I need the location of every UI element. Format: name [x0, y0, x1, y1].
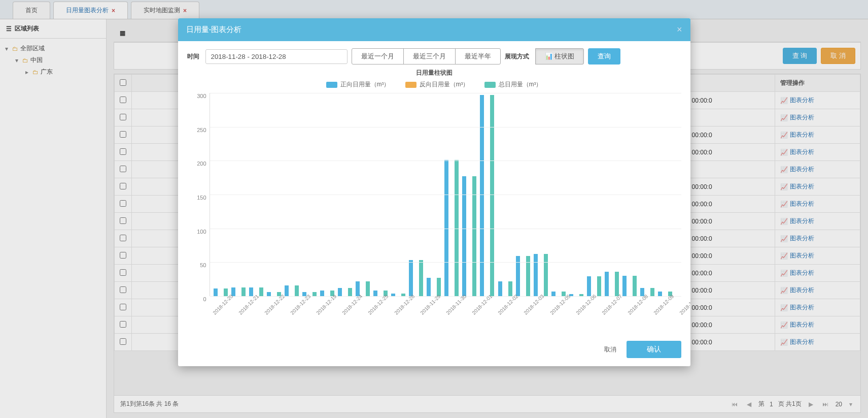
bar-total[interactable] [508, 281, 512, 296]
bar-total[interactable] [615, 272, 619, 296]
bar-total[interactable] [259, 287, 263, 296]
legend-total[interactable]: 总日用量（m³） [484, 80, 542, 89]
close-icon[interactable]: × [677, 24, 682, 35]
y-tick: 150 [184, 195, 206, 201]
display-mode-group: 📊 柱状图 [535, 48, 584, 65]
chart-title: 日用量柱状图 [187, 69, 681, 77]
time-label: 时间 [187, 52, 199, 61]
bar-total[interactable] [544, 254, 548, 296]
y-axis: 050100150200250300 [187, 93, 210, 296]
chart-legend: 正向日用量（m³） 反向日用量（m³） 总日用量（m³） [187, 80, 681, 89]
bar-total[interactable] [650, 288, 654, 296]
bar-forward[interactable] [534, 254, 538, 296]
bar-total[interactable] [597, 276, 601, 296]
query-button[interactable]: 查询 [588, 48, 620, 65]
bar-total[interactable] [224, 288, 228, 296]
modal-filter-row: 时间 最近一个月 最近三个月 最近半年 展现方式 📊 柱状图 查询 [187, 48, 681, 65]
y-tick: 200 [184, 160, 206, 167]
bar-forward[interactable] [587, 276, 591, 296]
bar-forward[interactable] [338, 288, 342, 296]
bar-forward[interactable] [551, 292, 555, 296]
y-tick: 0 [184, 296, 206, 302]
bar-forward[interactable] [605, 272, 609, 296]
bar-total[interactable] [366, 281, 370, 296]
bar-forward[interactable] [658, 292, 662, 296]
bar-forward[interactable] [409, 260, 413, 296]
bar-total[interactable] [633, 276, 637, 296]
bar-forward[interactable] [249, 287, 253, 296]
chart-area: 050100150200250300 [187, 93, 681, 296]
modal-backdrop: 日用量-图表分析 × 时间 最近一个月 最近三个月 最近半年 展现方式 📊 柱状… [0, 0, 868, 418]
chart-plot [210, 93, 681, 296]
modal-cancel-button[interactable]: 取消 [599, 342, 621, 357]
modal-confirm-button[interactable]: 确认 [627, 341, 681, 358]
modal-footer: 取消 确认 [178, 336, 690, 366]
date-range-input[interactable] [205, 49, 348, 64]
bar-total[interactable] [241, 287, 246, 296]
display-mode-label: 展现方式 [505, 52, 529, 61]
bar-forward[interactable] [373, 291, 377, 296]
bar-forward[interactable] [285, 285, 289, 296]
bar-total[interactable] [295, 285, 299, 296]
bar-forward[interactable] [427, 278, 431, 296]
recent-6m-button[interactable]: 最近半年 [455, 48, 501, 65]
bar-forward[interactable] [622, 276, 627, 296]
bar-forward[interactable] [214, 288, 218, 296]
bar-forward[interactable] [320, 291, 324, 296]
modal-title: 日用量-图表分析 [186, 25, 242, 35]
bar-chart-button[interactable]: 📊 柱状图 [535, 48, 584, 65]
bar-forward[interactable] [267, 292, 271, 296]
y-tick: 300 [184, 93, 206, 99]
bar-chart-icon: 📊 [545, 52, 553, 60]
y-tick: 100 [184, 229, 206, 235]
modal-header: 日用量-图表分析 × [178, 18, 690, 41]
legend-forward[interactable]: 正向日用量（m³） [326, 80, 390, 89]
recent-3m-button[interactable]: 最近三个月 [403, 48, 456, 65]
x-axis-labels: 2018-12-202018-12-212018-12-222018-12-23… [210, 296, 681, 332]
chart-modal: 日用量-图表分析 × 时间 最近一个月 最近三个月 最近半年 展现方式 📊 柱状… [178, 18, 690, 366]
bar-total[interactable] [313, 292, 317, 296]
y-tick: 50 [184, 262, 206, 268]
recent-1m-button[interactable]: 最近一个月 [352, 48, 404, 65]
bar-total[interactable] [419, 260, 423, 296]
bar-total[interactable] [348, 288, 352, 296]
bar-total[interactable] [490, 95, 494, 296]
quick-range-group: 最近一个月 最近三个月 最近半年 [352, 48, 501, 65]
bar-forward[interactable] [498, 281, 502, 296]
bar-forward[interactable] [480, 95, 484, 296]
y-tick: 250 [184, 127, 206, 133]
legend-reverse[interactable]: 反向日用量（m³） [405, 80, 469, 89]
